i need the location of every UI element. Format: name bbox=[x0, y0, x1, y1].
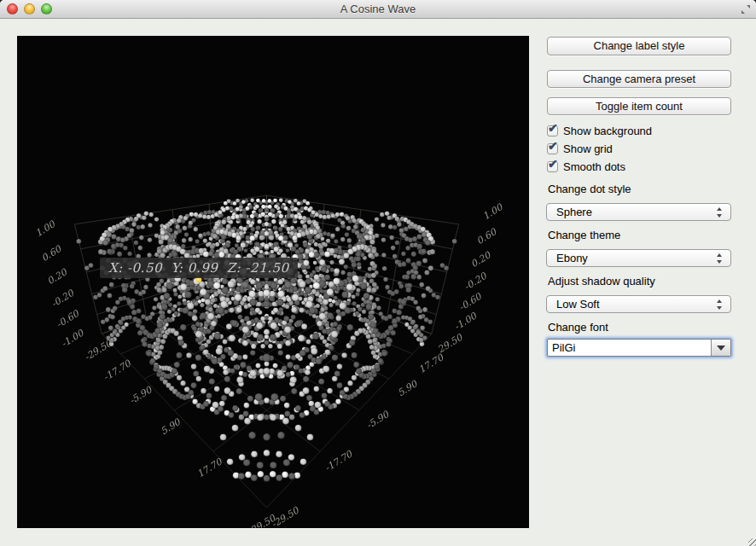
change-label-style-button[interactable]: Change label style bbox=[547, 37, 731, 55]
fullscreen-icon[interactable] bbox=[741, 4, 751, 15]
title-bar[interactable]: A Cosine Wave bbox=[0, 0, 756, 19]
stepper-arrows-icon bbox=[717, 253, 723, 264]
checkmark-icon: ✔ bbox=[548, 157, 558, 171]
dropdown-value: Sphere bbox=[556, 206, 592, 218]
dropdown-shadow-quality[interactable]: Low Soft bbox=[546, 295, 731, 313]
label-adjust-shadow-quality: Adjust shadow quality bbox=[548, 275, 655, 288]
font-combobox[interactable]: PilGi bbox=[547, 339, 731, 357]
checkbox-label: Show background bbox=[563, 125, 652, 137]
checkmark-icon: ✔ bbox=[548, 121, 558, 135]
app-window: A Cosine Wave X: -0.50 Y: 0.99 Z: -21.50… bbox=[0, 0, 756, 546]
label-change-theme: Change theme bbox=[548, 229, 620, 241]
checkbox-label: Smooth dots bbox=[563, 160, 625, 173]
plot-area: X: -0.50 Y: 0.99 Z: -21.50 bbox=[17, 36, 529, 528]
checkmark-icon: ✔ bbox=[548, 139, 558, 153]
combobox-dropdown-button[interactable] bbox=[711, 340, 730, 356]
resize-grip[interactable] bbox=[748, 538, 756, 546]
toggle-item-count-button[interactable]: Toggle item count bbox=[547, 97, 731, 115]
chevron-down-icon bbox=[717, 346, 725, 351]
checkbox-box[interactable]: ✔ bbox=[547, 125, 558, 136]
window-title: A Cosine Wave bbox=[0, 0, 756, 19]
checkbox-box[interactable]: ✔ bbox=[547, 143, 558, 154]
checkbox-label: Show grid bbox=[563, 142, 613, 155]
dropdown-value: Ebony bbox=[556, 252, 588, 264]
dropdown-dot-style[interactable]: Sphere bbox=[546, 203, 731, 221]
selection-tooltip: X: -0.50 Y: 0.99 Z: -21.50 bbox=[100, 258, 298, 278]
label-change-dot-style: Change dot style bbox=[548, 183, 631, 195]
stepper-arrows-icon bbox=[717, 299, 723, 310]
dropdown-value: Low Soft bbox=[556, 298, 600, 311]
label-change-font: Change font bbox=[548, 321, 608, 334]
dropdown-theme[interactable]: Ebony bbox=[546, 249, 731, 267]
combobox-value: PilGi bbox=[552, 341, 575, 354]
change-camera-preset-button[interactable]: Change camera preset bbox=[547, 70, 731, 88]
scatter-3d-canvas[interactable] bbox=[17, 36, 529, 528]
stepper-arrows-icon bbox=[717, 207, 723, 218]
checkbox-box[interactable]: ✔ bbox=[547, 161, 558, 172]
